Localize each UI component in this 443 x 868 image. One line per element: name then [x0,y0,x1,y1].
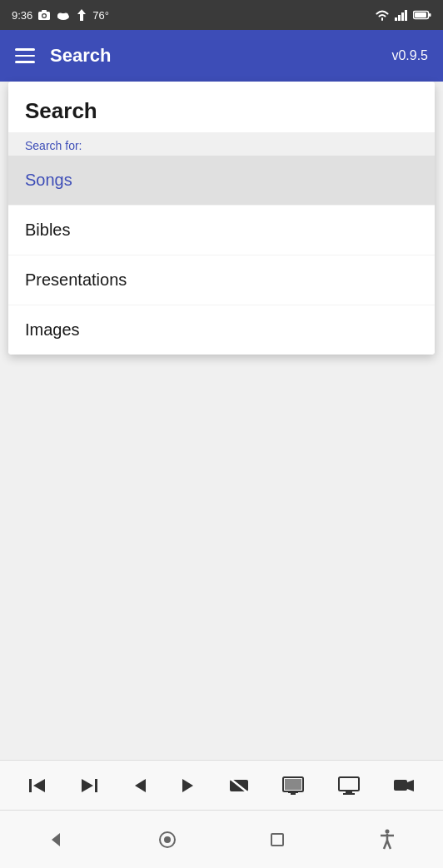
svg-marker-19 [135,779,146,792]
svg-rect-30 [394,780,407,791]
nav-bar [0,810,443,868]
skip-end-button[interactable] [80,777,98,794]
svg-rect-27 [339,777,359,791]
accessibility-button[interactable] [378,829,396,851]
search-for-label: Search for: [8,132,435,156]
svg-rect-25 [288,791,298,793]
menu-item-bibles[interactable]: Bibles [8,206,435,255]
wifi-icon [375,9,390,21]
status-right [375,9,431,21]
svg-marker-32 [52,833,60,846]
toolbar-left: Search [15,45,111,67]
toolbar-title: Search [50,45,111,67]
cloud-icon [56,10,71,20]
svg-marker-31 [407,780,414,791]
toolbar-version: v0.9.5 [391,48,428,63]
svg-rect-29 [343,793,355,795]
svg-marker-18 [82,779,93,792]
menu-item-songs[interactable]: Songs [8,156,435,206]
svg-marker-7 [77,9,86,21]
app-toolbar: Search v0.9.5 [0,30,443,82]
time-label: 9:36 [12,9,32,22]
svg-rect-3 [42,10,47,12]
svg-rect-14 [429,13,431,17]
status-left: 9:36 76° [12,8,109,22]
svg-point-34 [164,836,171,843]
svg-rect-10 [401,12,404,21]
prev-button[interactable] [132,778,147,793]
svg-rect-15 [29,779,32,792]
signal-icon [394,9,409,21]
svg-point-6 [63,13,68,18]
upload-icon [76,8,87,22]
svg-rect-26 [291,793,296,795]
svg-point-36 [386,829,390,833]
status-bar: 9:36 76° [0,0,443,30]
search-heading: Search [25,98,418,124]
svg-rect-13 [415,12,426,17]
recents-button[interactable] [270,832,285,847]
blank-screen-button[interactable] [229,777,249,794]
svg-rect-9 [398,15,401,21]
svg-rect-35 [271,834,283,846]
svg-point-5 [57,13,63,19]
temperature-label: 76° [92,9,109,22]
freeze-button[interactable] [282,776,304,795]
menu-button[interactable] [15,48,35,63]
battery-icon [413,10,431,20]
monitor-button[interactable] [338,776,360,795]
menu-item-presentations[interactable]: Presentations [8,255,435,305]
svg-point-2 [43,14,47,17]
search-heading-area: Search [8,82,435,132]
svg-rect-28 [346,791,352,793]
svg-marker-16 [33,779,45,792]
next-button[interactable] [181,778,196,793]
video-button[interactable] [393,777,415,794]
back-button[interactable] [47,831,65,849]
photo-icon [37,9,51,21]
svg-rect-17 [95,779,97,792]
svg-marker-20 [182,779,193,792]
home-button[interactable] [158,831,177,849]
svg-line-40 [387,841,391,849]
svg-rect-8 [395,17,397,21]
playback-bar [0,760,443,810]
skip-start-button[interactable] [28,777,47,794]
svg-rect-11 [405,10,407,21]
svg-rect-24 [285,779,301,790]
menu-item-images[interactable]: Images [8,305,435,355]
search-dropdown-card: Search Search for: Songs Bibles Presenta… [8,82,435,355]
